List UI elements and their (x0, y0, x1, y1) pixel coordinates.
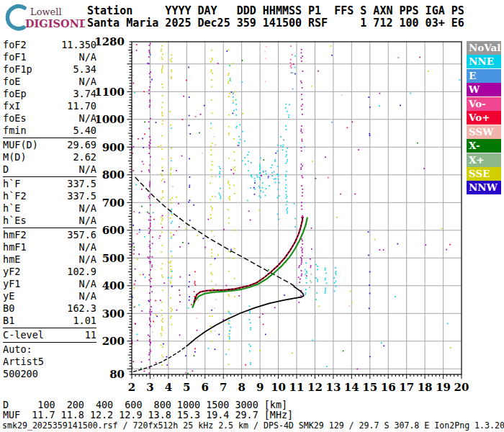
legend-item-sse: SSE (467, 167, 501, 181)
svg-text:1100: 1100 (94, 86, 125, 99)
legend-item-nne: NNE (467, 55, 501, 68)
muf-row: MUF 11.7 11.8 12.2 12.9 13.8 15.3 19.4 2… (3, 410, 293, 420)
svg-text:80: 80 (109, 368, 125, 381)
svg-text:8: 8 (238, 381, 245, 394)
svg-text:12: 12 (307, 381, 323, 394)
svg-text:10: 10 (271, 381, 286, 394)
digisonde-ionogram-page: Lowell DIGISONDE Station YYYY DAY DDD HH… (0, 0, 504, 432)
svg-text:19: 19 (436, 381, 451, 394)
legend-item-nnw: NNW (467, 181, 501, 194)
legend-item-w: W (467, 83, 501, 96)
muf-distance-table: D 100 200 400 600 800 1000 1500 3000 [km… (3, 400, 293, 420)
x-trace (193, 218, 307, 307)
svg-text:800: 800 (102, 168, 125, 181)
svg-text:20: 20 (454, 381, 469, 394)
svg-text:400: 400 (102, 279, 125, 292)
svg-text:18: 18 (418, 381, 433, 394)
legend-item-ssw: SSW (467, 125, 501, 139)
svg-text:11: 11 (289, 381, 305, 394)
svg-text:4: 4 (165, 381, 172, 394)
status-line: smk29_2025359141500.rsf / 720fx512h 25 k… (2, 421, 504, 430)
svg-text:3: 3 (146, 381, 153, 394)
svg-text:1280: 1280 (94, 35, 125, 48)
svg-text:900: 900 (102, 141, 125, 154)
svg-text:9: 9 (256, 381, 264, 394)
svg-text:17: 17 (399, 381, 414, 394)
true-height-profile (186, 287, 303, 346)
legend-item-e: E (467, 69, 501, 83)
svg-text:6: 6 (202, 381, 209, 394)
legend-item-x: X- (467, 139, 501, 153)
echo-classification-legend: NoValNNEEWVo-Vo+SSWX-X+SSENNW (467, 41, 501, 195)
legend-item-vo: Vo- (467, 97, 501, 111)
svg-text:14: 14 (344, 381, 359, 394)
svg-text:2: 2 (128, 381, 135, 394)
svg-text:200: 200 (102, 335, 125, 348)
svg-text:16: 16 (381, 381, 396, 394)
svg-text:300: 300 (102, 307, 125, 320)
svg-text:500: 500 (102, 252, 125, 265)
svg-text:13: 13 (325, 381, 341, 394)
profile-model (134, 346, 187, 372)
ionogram-plot: 8020030040050060070080090010001100128023… (0, 0, 504, 432)
svg-text:600: 600 (102, 224, 125, 237)
distance-row: D 100 200 400 600 800 1000 1500 3000 [km… (3, 400, 293, 410)
svg-text:1000: 1000 (94, 113, 125, 126)
legend-item-noval: NoVal (467, 41, 501, 55)
svg-text:700: 700 (102, 197, 125, 210)
svg-text:15: 15 (362, 381, 377, 394)
svg-text:5: 5 (183, 381, 190, 394)
legend-item-x: X+ (467, 153, 501, 167)
svg-text:7: 7 (220, 381, 227, 394)
legend-item-vo: Vo+ (467, 111, 501, 125)
